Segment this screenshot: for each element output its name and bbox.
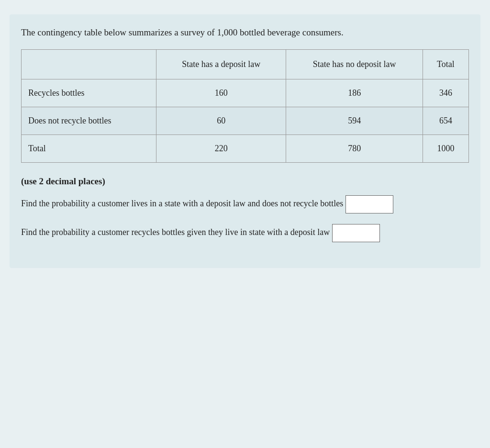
cell-no-recycle-deposit: 60 <box>156 107 286 134</box>
question1-input[interactable] <box>345 195 393 213</box>
cell-no-recycle-total: 654 <box>423 107 468 134</box>
instructions-text: (use 2 decimal places) <box>21 176 469 187</box>
cell-recycles-no-deposit: 186 <box>286 79 423 107</box>
cell-recycles-total: 346 <box>423 79 468 107</box>
header-row-label <box>22 49 156 79</box>
table-header-row: State has a deposit law State has no dep… <box>22 49 469 79</box>
header-col2: State has no deposit law <box>286 49 423 79</box>
main-container: The contingency table below summarizes a… <box>10 14 480 268</box>
row-label-recycles: Recycles bottles <box>22 79 156 107</box>
table-row: Total 220 780 1000 <box>22 134 469 162</box>
table-row: Recycles bottles 160 186 346 <box>22 79 469 107</box>
cell-total-total: 1000 <box>423 134 468 162</box>
intro-text: The contingency table below summarizes a… <box>21 26 469 40</box>
question2-input[interactable] <box>332 224 380 242</box>
question2-block: Find the probability a customer recycles… <box>21 224 469 242</box>
cell-recycles-deposit: 160 <box>156 79 286 107</box>
row-label-does-not-recycle: Does not recycle bottles <box>22 107 156 134</box>
header-col1: State has a deposit law <box>156 49 286 79</box>
cell-total-deposit: 220 <box>156 134 286 162</box>
row-label-total: Total <box>22 134 156 162</box>
header-col3: Total <box>423 49 468 79</box>
cell-no-recycle-no-deposit: 594 <box>286 107 423 134</box>
cell-total-no-deposit: 780 <box>286 134 423 162</box>
table-row: Does not recycle bottles 60 594 654 <box>22 107 469 134</box>
question1-block: Find the probability a customer lives in… <box>21 195 469 213</box>
contingency-table: State has a deposit law State has no dep… <box>21 49 469 163</box>
question1-text: Find the probability a customer lives in… <box>21 199 343 208</box>
question2-text: Find the probability a customer recycles… <box>21 227 330 237</box>
